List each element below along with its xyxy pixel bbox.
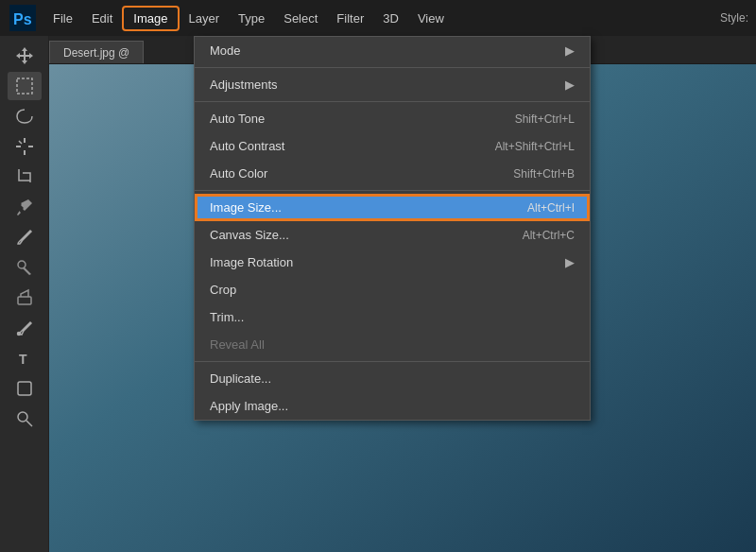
menu-filter[interactable]: Filter xyxy=(327,8,373,29)
menu-crop[interactable]: Crop xyxy=(195,276,590,303)
menu-auto-tone-shortcut: Shift+Ctrl+L xyxy=(515,112,575,126)
menu-apply-image-label: Apply Image... xyxy=(210,399,288,413)
brush-tool[interactable] xyxy=(8,223,42,251)
menu-image-rotation-label: Image Rotation xyxy=(210,255,293,269)
magic-wand-tool[interactable] xyxy=(8,132,42,161)
menu-mode-label: Mode xyxy=(210,43,241,58)
menu-mode-arrow: ▶ xyxy=(565,43,575,58)
separator-4 xyxy=(195,361,590,362)
menu-auto-color-label: Auto Color xyxy=(210,166,267,181)
menu-canvas-size[interactable]: Canvas Size... Alt+Ctrl+C xyxy=(195,221,590,249)
menubar: Ps File Edit Image Layer Type Select Fil… xyxy=(0,0,756,36)
type-tool[interactable]: T xyxy=(8,344,42,372)
ps-logo: Ps xyxy=(8,3,38,33)
menu-trim[interactable]: Trim... xyxy=(195,303,590,331)
menu-duplicate[interactable]: Duplicate... xyxy=(195,365,590,392)
menu-image-rotation[interactable]: Image Rotation ▶ xyxy=(195,249,590,276)
menu-mode[interactable]: Mode ▶ xyxy=(195,37,590,64)
svg-rect-6 xyxy=(28,146,33,147)
menu-auto-color[interactable]: Auto Color Shift+Ctrl+B xyxy=(195,160,590,187)
svg-text:Ps: Ps xyxy=(13,11,32,27)
zoom-tool[interactable] xyxy=(8,405,42,433)
menu-select[interactable]: Select xyxy=(274,8,327,29)
menu-duplicate-label: Duplicate... xyxy=(210,371,271,386)
menu-layer[interactable]: Layer xyxy=(180,8,230,29)
menu-auto-tone[interactable]: Auto Tone Shift+Ctrl+L xyxy=(195,105,590,132)
move-tool[interactable] xyxy=(8,42,42,70)
menu-file[interactable]: File xyxy=(43,8,82,29)
menu-trim-label: Trim... xyxy=(210,310,244,324)
separator-3 xyxy=(195,190,590,191)
menu-type[interactable]: Type xyxy=(229,8,274,29)
menu-edit[interactable]: Edit xyxy=(82,8,122,29)
svg-rect-2 xyxy=(17,78,32,94)
lasso-tool[interactable] xyxy=(8,102,42,130)
menu-3d[interactable]: 3D xyxy=(373,8,408,29)
pen-tool[interactable] xyxy=(8,314,42,342)
image-dropdown-menu: Mode ▶ Adjustments ▶ Auto Tone Shift+Ctr… xyxy=(194,36,591,421)
menu-auto-tone-label: Auto Tone xyxy=(210,112,265,126)
separator-1 xyxy=(195,67,590,68)
svg-line-14 xyxy=(26,421,32,426)
menu-crop-label: Crop xyxy=(210,283,236,297)
document-tab[interactable]: Desert.jpg @ xyxy=(49,41,144,63)
menu-reveal-all-label: Reveal All xyxy=(210,337,265,352)
svg-line-7 xyxy=(19,141,22,144)
menu-apply-image[interactable]: Apply Image... xyxy=(195,392,590,420)
menu-image-size[interactable]: Image Size... Alt+Ctrl+I xyxy=(195,194,590,221)
crop-tool[interactable] xyxy=(8,163,42,191)
svg-point-13 xyxy=(18,412,27,422)
clone-stamp-tool[interactable] xyxy=(8,253,42,282)
menu-auto-contrast[interactable]: Auto Contrast Alt+Shift+Ctrl+L xyxy=(195,132,590,160)
svg-point-8 xyxy=(18,261,26,268)
menu-image[interactable]: Image xyxy=(122,6,179,31)
eyedropper-tool[interactable] xyxy=(8,193,42,221)
menu-reveal-all[interactable]: Reveal All xyxy=(195,331,590,358)
menu-adjustments[interactable]: Adjustments ▶ xyxy=(195,71,590,98)
menu-auto-contrast-label: Auto Contrast xyxy=(210,139,285,153)
marquee-tool[interactable] xyxy=(8,72,42,100)
menu-image-size-label: Image Size... xyxy=(210,200,282,215)
menu-image-size-shortcut: Alt+Ctrl+I xyxy=(527,201,575,215)
svg-text:T: T xyxy=(19,352,27,367)
tab-label: Desert.jpg @ xyxy=(63,46,129,60)
menu-auto-color-shortcut: Shift+Ctrl+B xyxy=(513,167,575,181)
menu-canvas-size-shortcut: Alt+Ctrl+C xyxy=(523,229,575,242)
separator-2 xyxy=(195,101,590,102)
svg-rect-3 xyxy=(24,138,26,143)
menu-adjustments-arrow: ▶ xyxy=(565,78,575,92)
menu-auto-contrast-shortcut: Alt+Shift+Ctrl+L xyxy=(495,140,575,153)
svg-rect-9 xyxy=(18,297,31,304)
menu-canvas-size-label: Canvas Size... xyxy=(210,228,289,242)
left-toolbar: T xyxy=(0,36,49,552)
eraser-tool[interactable] xyxy=(8,284,42,312)
style-label: Style: xyxy=(720,11,748,25)
menu-image-rotation-arrow: ▶ xyxy=(565,255,575,269)
svg-rect-12 xyxy=(18,382,31,395)
menubar-right: Style: xyxy=(720,11,748,25)
shape-tool[interactable] xyxy=(8,374,42,403)
menu-adjustments-label: Adjustments xyxy=(210,78,278,92)
svg-rect-5 xyxy=(16,146,21,147)
svg-rect-4 xyxy=(24,150,26,155)
svg-point-10 xyxy=(17,333,20,336)
menu-view[interactable]: View xyxy=(408,8,454,29)
